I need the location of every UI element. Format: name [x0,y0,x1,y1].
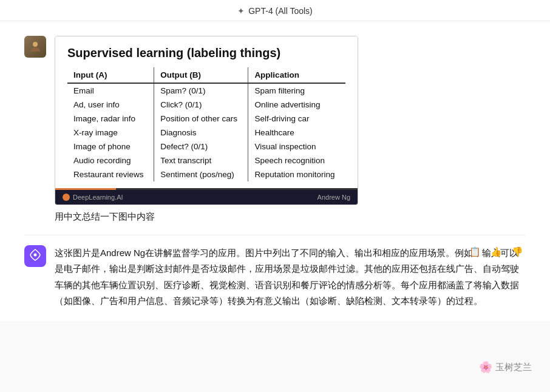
table-row: Audio recordingText transcriptSpeech rec… [67,154,345,167]
table-cell: Speech recognition [248,154,345,167]
table-row: Image, radar infoPosition of other carsS… [67,112,345,126]
slide-image: Supervised learning (labeling things) In… [55,36,358,205]
table-cell: Diagnosis [154,126,248,140]
svg-point-1 [34,253,37,256]
model-label: GPT-4 (All Tools) [248,6,313,16]
ai-response-text: 这张图片是Andrew Ng在讲解监督学习的应用。图片中列出了不同的输入、输出和… [55,245,526,309]
table-cell: Online advertising [248,98,345,112]
table-row: EmailSpam? (0/1)Spam filtering [67,83,345,98]
table-cell: Image, radar info [67,112,154,126]
col-header-output: Output (B) [154,67,248,83]
copy-button[interactable]: 📋 [467,245,483,259]
user-avatar-image [24,36,46,58]
table-row: Ad, user infoClick? (0/1)Online advertis… [67,98,345,112]
table-cell: Sentiment (pos/neg) [154,167,248,181]
ai-message-block: 这张图片是Andrew Ng在讲解监督学习的应用。图片中列出了不同的输入、输出和… [24,245,526,309]
user-message-block: Supervised learning (labeling things) In… [24,36,526,223]
user-message-content: Supervised learning (labeling things) In… [55,36,526,223]
main-content: Supervised learning (labeling things) In… [0,21,550,321]
ai-avatar-icon [29,248,42,265]
ai-avatar [24,245,46,267]
table-cell: Spam? (0/1) [154,83,248,98]
slide-footer-brand: DeepLearning.AI [73,194,123,201]
slide-footer: DeepLearning.AI Andrew Ng [55,190,358,204]
sparkle-icon: ✦ [237,6,245,16]
col-header-input: Input (A) [67,67,154,83]
slide-progress-bar [55,188,358,190]
thumbdown-button[interactable]: 👎 [509,245,526,259]
table-row: X-ray imageDiagnosisHealthcare [67,126,345,140]
table-cell: Text transcript [154,154,248,167]
watermark-text: 玉树芝兰 [495,362,532,373]
table-cell: Healthcare [248,126,345,140]
slide-table: Input (A) Output (B) Application EmailSp… [67,67,345,181]
slide-footer-left: DeepLearning.AI [63,194,123,201]
table-cell: Restaurant reviews [67,167,154,181]
watermark-icon: 🌸 [479,360,492,374]
slide-progress-fill [55,188,116,190]
table-cell: Position of other cars [154,112,248,126]
table-cell: Reputation monitoring [248,167,345,181]
slide-header: Supervised learning (labeling things) In… [55,36,358,188]
col-header-application: Application [248,67,345,83]
top-bar: ✦ GPT-4 (All Tools) [0,0,550,21]
slide-footer-right: Andrew Ng [317,194,350,201]
separator [24,235,526,235]
thumbup-button[interactable]: 👍 [488,245,504,259]
table-row: Image of phoneDefect? (0/1)Visual inspec… [67,140,345,154]
table-cell: Self-driving car [248,112,345,126]
svg-point-0 [33,42,38,47]
table-cell: Defect? (0/1) [154,140,248,154]
table-cell: Visual inspection [248,140,345,154]
table-cell: Email [67,83,154,98]
slide-title: Supervised learning (labeling things) [67,46,345,60]
user-text-message: 用中文总结一下图中内容 [55,211,526,223]
watermark: 🌸 玉树芝兰 [479,360,532,374]
table-cell: Click? (0/1) [154,98,248,112]
table-row: Restaurant reviewsSentiment (pos/neg)Rep… [67,167,345,181]
table-cell: X-ray image [67,126,154,140]
table-cell: Audio recording [67,154,154,167]
table-cell: Spam filtering [248,83,345,98]
user-avatar [24,36,46,58]
action-icons: 📋 👍 👎 [467,245,526,259]
ai-response-content: 这张图片是Andrew Ng在讲解监督学习的应用。图片中列出了不同的输入、输出和… [55,245,526,309]
deeplearning-logo [63,194,70,201]
table-cell: Ad, user info [67,98,154,112]
table-cell: Image of phone [67,140,154,154]
